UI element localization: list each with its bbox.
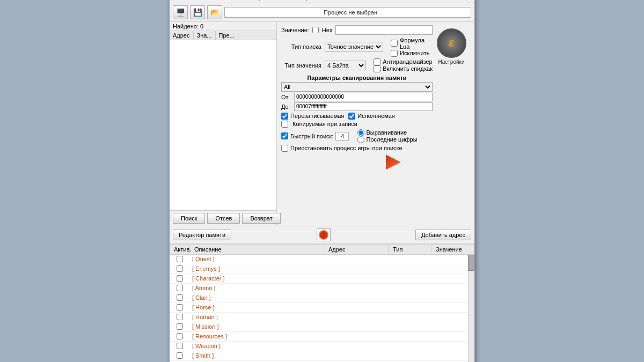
row-desc: [ Quest ] <box>190 255 324 263</box>
row-checkbox[interactable] <box>177 343 183 349</box>
value-input[interactable] <box>335 25 433 35</box>
right-panel: Значение: Hex Тип поиска Точное значение <box>277 22 474 226</box>
col-value-header2: Значение <box>431 246 474 253</box>
search-type-select[interactable]: Точное значение <box>325 42 383 51</box>
row-addr <box>324 307 389 308</box>
value-type-row: Тип значения 4 Байта Антирандомайзер <box>281 58 433 72</box>
copy-checkbox[interactable] <box>281 121 288 128</box>
table-row[interactable]: [ Enemys ] <box>170 264 474 274</box>
row-type <box>389 287 431 289</box>
lua-formula-checkbox[interactable] <box>391 40 398 47</box>
process-label: Процесс не выбран <box>227 9 474 16</box>
rewrite-check-group: Перезаписываемая <box>281 113 344 120</box>
fast-search-group: Быстрый поиск: <box>281 132 349 141</box>
settings-label[interactable]: Настройки <box>438 59 464 65</box>
exclude-checkbox[interactable] <box>391 50 398 57</box>
row-checkbox[interactable] <box>177 352 183 359</box>
table-row[interactable]: [ Weapon ] <box>170 342 474 351</box>
col-activ-header: Актив. <box>170 246 190 253</box>
row-addr <box>324 336 389 337</box>
open-process-button[interactable]: 🖥️ <box>173 5 188 19</box>
row-desc: [ Human ] <box>190 313 324 321</box>
from-row: От <box>281 93 433 101</box>
app-logo: ε <box>437 28 466 58</box>
row-type <box>389 355 431 356</box>
menu-table[interactable]: Таблица <box>237 0 266 2</box>
table-row[interactable]: [ Character ] <box>170 274 474 284</box>
to-input[interactable] <box>294 102 433 111</box>
memory-editor-button[interactable]: Редактор памяти <box>173 230 231 240</box>
row-checkbox[interactable] <box>177 285 183 291</box>
scrollbar-track[interactable] <box>468 255 474 363</box>
col-value-header: Зна... <box>194 31 216 40</box>
row-checkbox[interactable] <box>177 256 183 262</box>
filter-button[interactable]: Отсев <box>207 213 240 224</box>
value-row: Значение: Hex <box>281 25 433 35</box>
fast-search-row: Быстрый поиск: Выравнивание Последние ци… <box>281 129 433 143</box>
menu-d3d[interactable]: D3D <box>272 0 290 2</box>
results-list[interactable] <box>170 40 276 210</box>
table-row[interactable]: [ Smith ] <box>170 351 474 361</box>
row-addr <box>324 258 389 260</box>
row-checkbox[interactable] <box>177 294 183 301</box>
row-checkbox-cell <box>170 304 190 311</box>
table-row[interactable]: [ Human ] <box>170 313 474 322</box>
from-label: От <box>281 94 292 100</box>
table-row[interactable]: [ Resources ] <box>170 332 474 342</box>
row-type <box>389 268 431 269</box>
antirandom-label: Антирандомайзер <box>383 58 432 65</box>
value-type-select[interactable]: 4 Байта <box>325 61 366 70</box>
align-radio1[interactable] <box>357 129 364 136</box>
bottom-toolbar: Редактор памяти Добавить адрес <box>170 226 474 244</box>
table-row[interactable]: [ Ammo ] <box>170 284 474 293</box>
search-button[interactable]: Поиск <box>173 213 205 224</box>
row-addr <box>324 316 389 317</box>
executed-checkbox[interactable] <box>348 113 355 120</box>
from-input[interactable] <box>294 93 433 101</box>
table-row[interactable]: [ Horse ] <box>170 303 474 313</box>
row-checkbox[interactable] <box>177 304 183 311</box>
menu-edit[interactable]: Изменить <box>198 0 231 2</box>
row-checkbox[interactable] <box>177 333 183 339</box>
row-desc: [ Mission ] <box>190 323 324 330</box>
row-checkbox[interactable] <box>177 323 183 330</box>
to-row: До <box>281 102 433 111</box>
row-checkbox[interactable] <box>177 265 183 272</box>
value-label: Значение: <box>281 27 309 33</box>
table-row[interactable]: [ Mission ] <box>170 322 474 332</box>
rewrite-checkbox[interactable] <box>281 113 288 120</box>
antirandom-checkbox[interactable] <box>374 58 380 65</box>
main-content: Найдено: 0 Адрес Зна... Пре... Поиск Отс… <box>170 22 474 226</box>
fast-search-checkbox[interactable] <box>281 132 288 139</box>
row-checkbox[interactable] <box>177 275 183 282</box>
align-radio2[interactable] <box>357 136 364 143</box>
table-header: Актив. Описание Адрес Тип Значение <box>170 245 474 255</box>
scrollbar-thumb[interactable] <box>468 255 474 271</box>
table-row[interactable]: [ Clan ] <box>170 293 474 303</box>
right-checkboxes: Формула Lua Исключить <box>389 37 433 57</box>
menu-file[interactable]: Файл <box>172 0 193 2</box>
row-checkbox-cell <box>170 323 190 330</box>
col-prev-header: Пре... <box>216 31 238 40</box>
search-type-row: Тип поиска Точное значение Формула Lua <box>281 37 433 57</box>
return-button[interactable]: Возврат <box>242 213 280 224</box>
value-type-label: Тип значения <box>281 62 321 69</box>
stop-button[interactable] <box>317 228 331 241</box>
row-addr <box>324 345 389 346</box>
align-label1: Выравнивание <box>366 129 407 136</box>
row-checkbox[interactable] <box>177 314 183 320</box>
pause-checkbox[interactable] <box>281 145 288 152</box>
hex-checkbox[interactable] <box>312 27 319 33</box>
table-row[interactable]: [ Quest ] <box>170 255 474 264</box>
table-body[interactable]: [ Quest ][ Enemys ][ Character ][ Ammo ]… <box>170 255 474 363</box>
add-address-button[interactable]: Добавить адрес <box>415 230 471 240</box>
open-file-button[interactable]: 📂 <box>207 5 222 19</box>
row-desc: [ Clan ] <box>190 294 324 301</box>
row-addr <box>324 287 389 289</box>
save-button[interactable]: 💾 <box>190 5 205 19</box>
col-desc-header: Описание <box>190 246 324 253</box>
fast-search-value-input[interactable] <box>335 132 349 141</box>
menu-help[interactable]: Справка <box>295 0 325 2</box>
scan-all-select[interactable]: All <box>281 82 433 92</box>
speedhack-checkbox[interactable] <box>374 65 380 72</box>
